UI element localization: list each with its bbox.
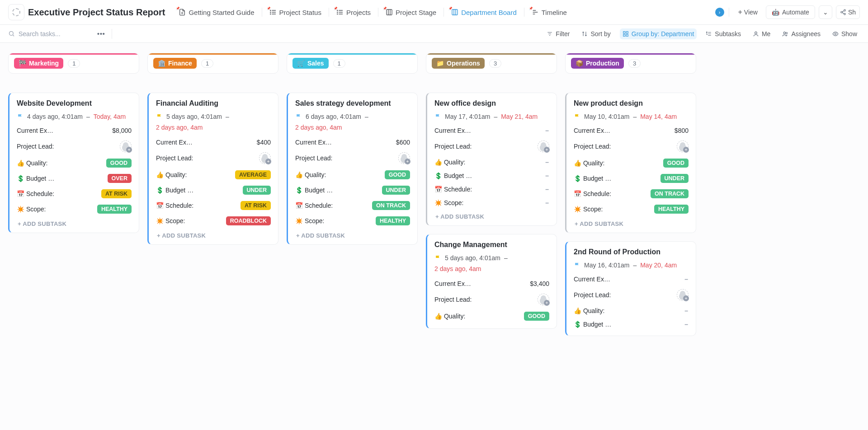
date-range: 6 days ago, 4:01am–: [295, 113, 410, 120]
svg-rect-7: [452, 9, 458, 15]
pin-icon: 📌: [267, 7, 271, 10]
column-header[interactable]: 📁Operations3: [426, 53, 557, 74]
status-badge: ROADBLOCK: [226, 216, 271, 225]
filter-button[interactable]: Filter: [544, 28, 572, 39]
card-count: 3: [628, 59, 641, 68]
view-tab-project-status[interactable]: 📌Project Status: [265, 6, 326, 19]
department-tag: 📦Production: [571, 58, 624, 69]
column-header[interactable]: 🛒Sales1: [287, 53, 418, 74]
date-range: May 17, 4:01am–May 21, 4am: [434, 113, 549, 120]
view-tab-timeline[interactable]: 📌Timeline: [527, 6, 571, 19]
view-tab-project-stage[interactable]: 📌Project Stage: [381, 6, 441, 19]
status-badge: OVER: [108, 174, 132, 183]
me-button[interactable]: Me: [750, 28, 773, 39]
field-project-lead: Project Lead:: [295, 149, 410, 167]
add-subtask-button[interactable]: + ADD SUBTASK: [17, 217, 132, 228]
task-card[interactable]: Change Management5 days ago, 4:01am–2 da…: [426, 234, 557, 329]
add-subtask-button[interactable]: + ADD SUBTASK: [574, 217, 689, 228]
task-card[interactable]: Financial Auditing5 days ago, 4:01am–2 d…: [147, 93, 278, 245]
pin-icon: 📌: [529, 7, 533, 10]
sort-button[interactable]: Sort by: [579, 28, 613, 39]
show-button[interactable]: Show: [830, 28, 860, 39]
assignees-button[interactable]: Assignees: [779, 28, 823, 39]
svg-point-4: [337, 12, 338, 12]
assignee-empty-icon[interactable]: [677, 289, 689, 301]
field-scope: ✴️ Scope:HEALTHY: [17, 201, 132, 217]
status-badge: GOOD: [524, 312, 549, 321]
field-schedule: 📅 Schedule:ON TRACK: [574, 186, 689, 201]
field-scope: ✴️ Scope:ROADBLOCK: [156, 213, 271, 229]
view-tab-department-board[interactable]: 📌Department Board: [447, 6, 521, 19]
automate-dropdown-button[interactable]: ⌄: [819, 5, 832, 19]
status-badge: AVERAGE: [235, 170, 271, 179]
assignee-empty-icon[interactable]: [538, 140, 549, 152]
filter-icon: [547, 31, 553, 37]
priority-flag-icon: [295, 113, 302, 120]
add-view-button[interactable]: +View: [734, 5, 762, 19]
add-subtask-button[interactable]: + ADD SUBTASK: [156, 229, 271, 240]
field-schedule: 📅 Schedule:AT RISK: [156, 198, 271, 213]
status-badge: GOOD: [385, 170, 410, 179]
field-project-lead: Project Lead:: [574, 286, 689, 304]
department-tag: 📁Operations: [432, 58, 485, 69]
kanban-board: 🏁Marketing1Website Development4 days ago…: [0, 43, 868, 430]
svg-point-1: [270, 12, 270, 12]
task-card[interactable]: New office designMay 17, 4:01am–May 21, …: [426, 93, 557, 226]
view-tab-getting-started-guide[interactable]: 📌Getting Started Guide: [174, 6, 259, 19]
overdue-date: 2 days ago, 4am: [434, 265, 549, 272]
app-header: Executive Project Status Report 📌Getting…: [0, 0, 868, 25]
search-input[interactable]: [19, 30, 91, 37]
column-header[interactable]: 🏁Marketing1: [8, 53, 139, 74]
field-project-lead: Project Lead:: [156, 149, 271, 167]
column-marketing: 🏁Marketing1Website Development4 days ago…: [8, 53, 139, 233]
page-title: Executive Project Status Report: [28, 7, 165, 18]
date-range: May 10, 4:01am–May 14, 4am: [574, 113, 689, 120]
task-card[interactable]: Sales strategy development6 days ago, 4:…: [287, 93, 418, 245]
view-tab-projects[interactable]: 📌Projects: [332, 6, 375, 19]
priority-flag-icon: [574, 113, 580, 120]
column-header[interactable]: 🏛️Finance1: [147, 53, 278, 74]
field-project-lead: Project Lead:: [574, 137, 689, 155]
column-header[interactable]: 📦Production3: [565, 53, 696, 74]
add-subtask-button[interactable]: + ADD SUBTASK: [434, 210, 549, 221]
task-card[interactable]: New product designMay 10, 4:01am–May 14,…: [565, 93, 696, 233]
svg-point-5: [337, 14, 338, 14]
assignee-empty-icon[interactable]: [120, 140, 132, 152]
field-expense: Current Ex…$8,000: [17, 124, 132, 137]
date-range: 5 days ago, 4:01am–: [434, 254, 549, 262]
group-by-button[interactable]: Group by: Department: [620, 28, 697, 39]
automate-button[interactable]: 🤖 Automate: [766, 5, 815, 19]
pin-icon: 📌: [334, 7, 338, 10]
field-quality: 👍 Quality:GOOD: [295, 167, 410, 182]
assignee-empty-icon[interactable]: [398, 152, 410, 164]
svg-point-11: [9, 32, 14, 36]
sort-icon: [581, 31, 588, 37]
field-budget: 💲 Budget …UNDER: [295, 182, 410, 198]
share-icon: [840, 9, 846, 15]
share-button[interactable]: Sh: [836, 5, 860, 19]
card-count: 1: [68, 59, 80, 68]
views-list: 📌Getting Started Guide📌Project Status📌Pr…: [174, 6, 711, 19]
priority-flag-icon: [434, 113, 441, 120]
pin-icon: 📌: [383, 7, 387, 10]
task-card[interactable]: Website Development4 days ago, 4:01am–To…: [8, 93, 139, 233]
workspace-logo[interactable]: [8, 4, 24, 20]
assignee-empty-icon[interactable]: [677, 140, 689, 152]
views-scroll-right-icon[interactable]: ›: [715, 8, 724, 17]
task-title: Financial Auditing: [156, 99, 271, 108]
task-card[interactable]: 2nd Round of ProductionMay 16, 4:01am–Ma…: [565, 241, 696, 336]
subtasks-button[interactable]: Subtasks: [703, 28, 744, 39]
search-more-button[interactable]: •••: [97, 30, 105, 37]
add-subtask-button[interactable]: + ADD SUBTASK: [295, 229, 410, 240]
column-operations: 📁Operations3New office designMay 17, 4:0…: [426, 53, 557, 329]
assignee-empty-icon[interactable]: [259, 152, 271, 164]
view-tab-label: Timeline: [542, 9, 567, 16]
overdue-date: 2 days ago, 4am: [156, 124, 271, 131]
svg-point-9: [841, 11, 843, 13]
assignee-empty-icon[interactable]: [538, 294, 549, 305]
field-quality: 👍 Quality:AVERAGE: [156, 167, 271, 182]
status-badge: UNDER: [660, 174, 689, 183]
view-tab-label: Project Stage: [396, 9, 436, 16]
svg-point-10: [844, 13, 846, 15]
svg-rect-12: [623, 31, 625, 33]
